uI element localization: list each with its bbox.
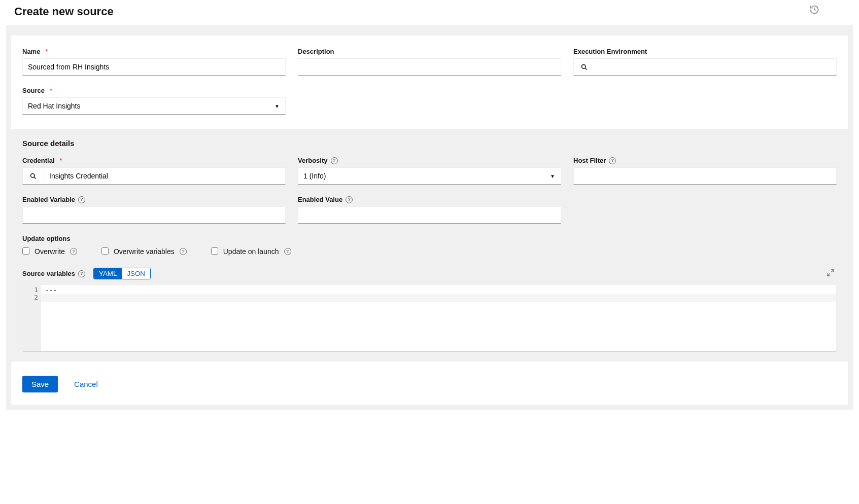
help-icon[interactable]: ? (346, 196, 353, 203)
update-on-launch-option[interactable]: Update on launch ? (211, 247, 291, 256)
host-filter-input[interactable] (573, 167, 837, 185)
name-label: Name* (22, 48, 286, 55)
name-input[interactable] (22, 58, 286, 76)
overwrite-variables-option[interactable]: Overwrite variables ? (101, 247, 187, 256)
page-title: Create new source (14, 5, 114, 18)
update-on-launch-label: Update on launch (223, 247, 279, 256)
execution-environment-lookup-button[interactable] (574, 59, 595, 75)
execution-environment-input[interactable] (595, 59, 836, 75)
description-label: Description (298, 48, 561, 55)
enabled-variable-input[interactable] (22, 206, 286, 224)
format-toggle: YAML JSON (93, 268, 151, 279)
source-variables-label: Source variables ? (22, 270, 85, 277)
help-icon[interactable]: ? (78, 270, 85, 277)
description-input[interactable] (298, 58, 561, 76)
source-variables-editor[interactable]: 1 2 --- (22, 284, 837, 351)
enabled-value-label: Enabled Value ? (298, 196, 561, 203)
execution-environment-label: Execution Environment (573, 48, 837, 55)
help-icon[interactable]: ? (609, 157, 616, 164)
update-on-launch-checkbox[interactable] (211, 247, 218, 255)
cancel-button[interactable]: Cancel (69, 376, 103, 392)
help-icon[interactable]: ? (78, 196, 85, 203)
source-details-section: Source details Credential* Verbosi (11, 129, 848, 362)
overwrite-checkbox[interactable] (22, 247, 29, 255)
source-label: Source* (22, 87, 286, 94)
credential-lookup-button[interactable] (23, 168, 44, 184)
editor-row-highlight (41, 294, 836, 302)
editor-gutter: 1 2 (23, 285, 41, 351)
svg-line-4 (831, 270, 834, 272)
help-icon[interactable]: ? (70, 248, 77, 255)
svg-line-1 (585, 68, 587, 69)
search-icon (580, 63, 588, 71)
verbosity-label: Verbosity ? (298, 157, 561, 164)
update-options-label: Update options (22, 235, 837, 242)
credential-label: Credential* (22, 157, 286, 164)
save-button[interactable]: Save (22, 376, 58, 392)
verbosity-select[interactable] (298, 167, 561, 185)
svg-line-5 (828, 273, 830, 276)
code-line: --- (44, 286, 833, 294)
svg-point-2 (31, 173, 35, 177)
help-icon[interactable]: ? (180, 248, 187, 255)
help-icon[interactable]: ? (284, 248, 291, 255)
svg-point-0 (582, 64, 586, 68)
svg-line-3 (34, 177, 36, 178)
yaml-toggle[interactable]: YAML (94, 268, 122, 279)
overwrite-option[interactable]: Overwrite ? (22, 247, 77, 256)
overwrite-label: Overwrite (35, 247, 65, 256)
form-footer: Save Cancel (11, 362, 848, 405)
overwrite-variables-checkbox[interactable] (101, 247, 109, 255)
overwrite-variables-label: Overwrite variables (114, 247, 175, 256)
enabled-value-input[interactable] (298, 206, 561, 224)
host-filter-label: Host Filter ? (573, 157, 837, 164)
form-container: Name* Description Execution Environment (6, 25, 853, 410)
source-select[interactable] (22, 97, 286, 115)
json-toggle[interactable]: JSON (122, 268, 150, 279)
credential-input[interactable] (44, 168, 285, 184)
editor-content[interactable]: --- (41, 285, 836, 351)
basic-fields-section: Name* Description Execution Environment (11, 35, 848, 129)
enabled-variable-label: Enabled Variable ? (22, 196, 286, 203)
help-icon[interactable]: ? (331, 157, 338, 164)
search-icon (29, 172, 37, 180)
history-icon[interactable] (809, 5, 819, 15)
source-details-title: Source details (22, 139, 837, 148)
expand-icon[interactable] (827, 269, 835, 277)
